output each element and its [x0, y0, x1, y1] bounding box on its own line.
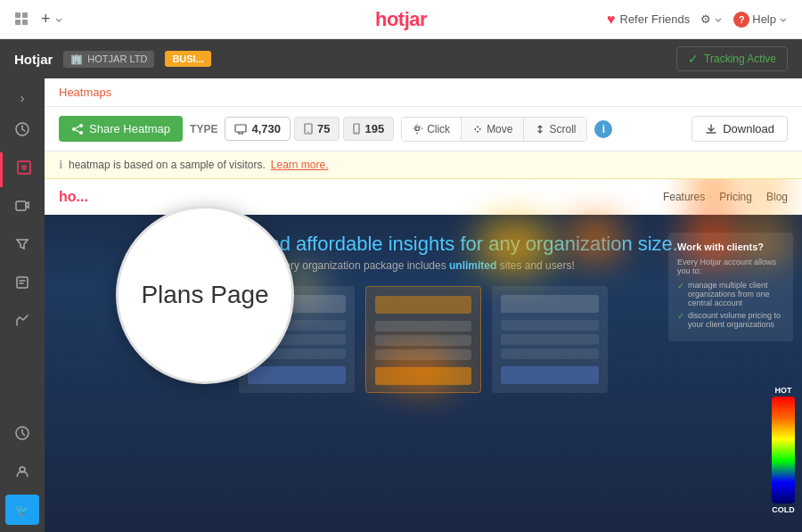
dashboard-icon — [14, 121, 30, 137]
right-panel: Work with clients? Every Hotjar account … — [668, 233, 793, 341]
move-icon — [472, 124, 483, 135]
svg-rect-14 — [235, 125, 246, 132]
sidebar-item-recordings[interactable] — [0, 191, 45, 225]
refer-friends-button[interactable]: ♥ Refer Friends — [607, 12, 690, 28]
secondary-nav: Hotjar 🏢 HOTJAR LTD BUSI... ✓ Tracking A… — [0, 39, 802, 78]
account-badge[interactable]: 🏢 HOTJAR LTD — [63, 51, 154, 68]
learn-more-link[interactable]: Learn more. — [271, 159, 329, 171]
app-switcher-button[interactable] — [14, 12, 30, 28]
plus-icon: + — [41, 10, 51, 29]
svg-point-13 — [79, 131, 83, 135]
top-nav: + hotjar ♥ Refer Friends ⚙ ? Help — [0, 0, 802, 39]
sidebar-item-funnels[interactable] — [0, 229, 45, 264]
heatmap-container: Plans Page ho... Features Pricing Blog — [45, 179, 802, 532]
check-item-1: ✓ manage multiple client organizations f… — [677, 281, 784, 307]
breadcrumb-bar: Heatmaps — [45, 78, 802, 107]
svg-rect-3 — [22, 20, 28, 25]
svg-point-12 — [72, 127, 76, 131]
move-label: Move — [487, 123, 512, 135]
device-desktop-button[interactable]: 4,730 — [225, 117, 291, 141]
sidebar-item-dashboard[interactable] — [0, 114, 45, 149]
color-scale-wrapper: HOT COLD — [772, 386, 795, 514]
check-icon: ✓ — [688, 52, 699, 66]
funnel-icon — [14, 236, 30, 252]
cold-label: COLD — [772, 505, 795, 514]
click-icon — [413, 124, 423, 135]
secondary-nav-left: Hotjar 🏢 HOTJAR LTD BUSI... — [14, 51, 211, 68]
svg-rect-0 — [15, 12, 20, 18]
heatmap-icon — [16, 160, 32, 176]
type-label: TYPE — [190, 123, 217, 135]
svg-point-19 — [416, 127, 420, 130]
share-heatmap-button[interactable]: Share Heatmap — [59, 116, 183, 142]
mobile-count: 195 — [364, 122, 384, 135]
sidebar-item-history[interactable] — [0, 418, 45, 453]
info-bar: ℹ heatmap is based on a sample of visito… — [45, 151, 802, 179]
history-icon — [14, 425, 30, 441]
breadcrumb-heatmaps-link[interactable]: Heatmaps — [59, 86, 111, 99]
check-text-1: manage multiple client organizations fro… — [688, 281, 784, 307]
svg-point-6 — [21, 165, 27, 170]
account-name: HOTJAR LTD — [87, 53, 147, 64]
type-scroll-button[interactable]: Scroll — [524, 118, 586, 141]
analytics-icon — [14, 313, 30, 329]
sidebar-collapse-button[interactable]: › — [0, 86, 45, 110]
share-icon — [71, 123, 84, 135]
add-button[interactable]: + — [41, 10, 63, 29]
user-icon — [14, 463, 30, 479]
sidebar-item-heatmaps[interactable] — [0, 152, 45, 187]
toolbar: Share Heatmap TYPE 4,730 — [45, 107, 802, 151]
main-container: › — [0, 78, 802, 532]
check-item-2: ✓ discount volume pricing to your client… — [677, 311, 784, 329]
desktop-icon — [234, 124, 247, 135]
magnifier-content: Plans Page — [123, 262, 286, 328]
check-text-2: discount volume pricing to your client o… — [688, 311, 784, 329]
share-heatmap-label: Share Heatmap — [89, 122, 170, 135]
svg-rect-1 — [22, 12, 28, 18]
preview-nav: Features Pricing Blog — [663, 191, 788, 203]
content-area: Heatmaps Share Heatmap TYPE — [45, 78, 802, 532]
device-mobile-button[interactable]: 195 — [343, 117, 394, 141]
download-button[interactable]: Download — [692, 116, 788, 142]
pricing-card-3 — [492, 286, 608, 393]
sidebar-item-forms[interactable] — [0, 267, 45, 302]
mobile-icon — [353, 123, 360, 135]
building-icon: 🏢 — [70, 53, 83, 65]
right-panel-title: Work with clients? — [677, 241, 784, 252]
top-nav-center: hotjar — [375, 8, 427, 31]
info-bar-icon: ℹ — [59, 159, 63, 171]
sidebar: › — [0, 78, 45, 532]
svg-rect-2 — [15, 20, 20, 25]
magnifier-title: Plans Page — [141, 280, 268, 310]
type-click-button[interactable]: Click — [402, 118, 462, 141]
preview-header: ho... Features Pricing Blog — [45, 179, 802, 215]
settings-chevron-icon — [714, 15, 723, 24]
svg-rect-8 — [17, 277, 28, 288]
pricing-card-2 — [365, 286, 481, 393]
plan-badge: BUSI... — [165, 51, 210, 67]
hotjar-logo: hotjar — [375, 8, 427, 30]
twitter-button[interactable]: 🐦 — [5, 495, 39, 525]
device-tablet-button[interactable]: 75 — [294, 117, 340, 141]
scroll-icon — [535, 124, 545, 135]
sidebar-item-user[interactable] — [0, 456, 45, 491]
twitter-icon: 🐦 — [15, 503, 29, 517]
hotjar-brand: Hotjar — [14, 52, 53, 67]
grid-icon — [14, 12, 30, 28]
device-group: 4,730 75 195 — [225, 117, 394, 141]
click-label: Click — [427, 123, 450, 135]
tracking-active-button[interactable]: ✓ Tracking Active — [676, 46, 788, 71]
help-button[interactable]: ? Help — [733, 12, 788, 28]
right-panel-card: Work with clients? Every Hotjar account … — [668, 233, 793, 341]
svg-rect-7 — [16, 201, 26, 210]
info-icon[interactable]: i — [594, 120, 612, 138]
desktop-count: 4,730 — [251, 122, 281, 135]
preview-hotjar-logo: ho... — [59, 189, 88, 205]
checkmark-icon-2: ✓ — [677, 311, 684, 329]
settings-button[interactable]: ⚙ — [700, 12, 723, 26]
top-nav-right: ♥ Refer Friends ⚙ ? Help — [607, 12, 788, 28]
svg-point-18 — [356, 132, 357, 133]
type-move-button[interactable]: Move — [462, 118, 524, 141]
sidebar-item-analytics[interactable] — [0, 306, 45, 340]
checkmark-icon-1: ✓ — [677, 281, 684, 307]
